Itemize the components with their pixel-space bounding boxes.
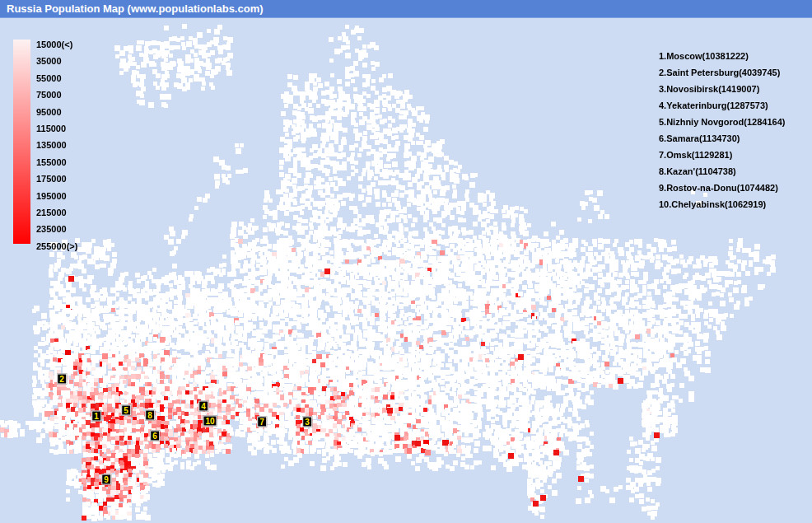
city-list-item: 7.Omsk(1129281) [659, 147, 732, 163]
city-marker-7: 7 [257, 417, 267, 427]
legend-value: 135000 [36, 139, 67, 151]
city-list-item: 3.Novosibirsk(1419007) [659, 81, 759, 97]
city-list-item: 9.Rostov-na-Donu(1074482) [659, 180, 778, 196]
city-marker-5: 5 [121, 405, 131, 416]
city-list-item: 8.Kazan'(1104738) [659, 163, 736, 180]
city-list-item: 10.Chelyabinsk(1062919) [659, 196, 766, 212]
city-marker-4: 4 [198, 401, 208, 412]
city-list-item: 1.Moscow(10381222) [659, 48, 749, 64]
legend-value: 235000 [36, 223, 67, 235]
legend-value: 15000(<) [36, 39, 72, 50]
city-marker-6: 6 [150, 431, 160, 441]
legend-value: 215000 [36, 207, 67, 218]
legend-gradient-bar [13, 40, 30, 244]
russia-population-map-page: Russia Population Map (www.populationlab… [0, 0, 812, 523]
legend-value: 95000 [36, 106, 62, 118]
title-bar: Russia Population Map (www.populationlab… [0, 0, 812, 18]
legend-value: 155000 [36, 156, 67, 168]
legend-value: 75000 [36, 89, 62, 100]
page-title: Russia Population Map (www.populationlab… [7, 2, 264, 15]
legend-value: 195000 [36, 190, 67, 202]
city-marker-9: 9 [101, 474, 111, 485]
city-marker-3: 3 [302, 417, 312, 427]
city-marker-2: 2 [57, 374, 67, 385]
legend-value: 175000 [36, 173, 67, 184]
city-marker-1: 1 [91, 411, 101, 422]
legend-value: 35000 [36, 55, 62, 67]
legend-value: 115000 [36, 123, 66, 134]
city-list-item: 5.Nizhniy Novgorod(1284164) [659, 114, 785, 130]
city-marker-10: 10 [203, 416, 217, 427]
legend-value: 255000(>) [36, 240, 77, 252]
city-list-item: 2.Saint Petersburg(4039745) [659, 64, 780, 81]
city-list-item: 6.Samara(1134730) [659, 130, 740, 147]
legend-value: 55000 [36, 72, 62, 84]
city-marker-8: 8 [145, 410, 155, 421]
city-list-item: 4.Yekaterinburg(1287573) [659, 97, 768, 114]
